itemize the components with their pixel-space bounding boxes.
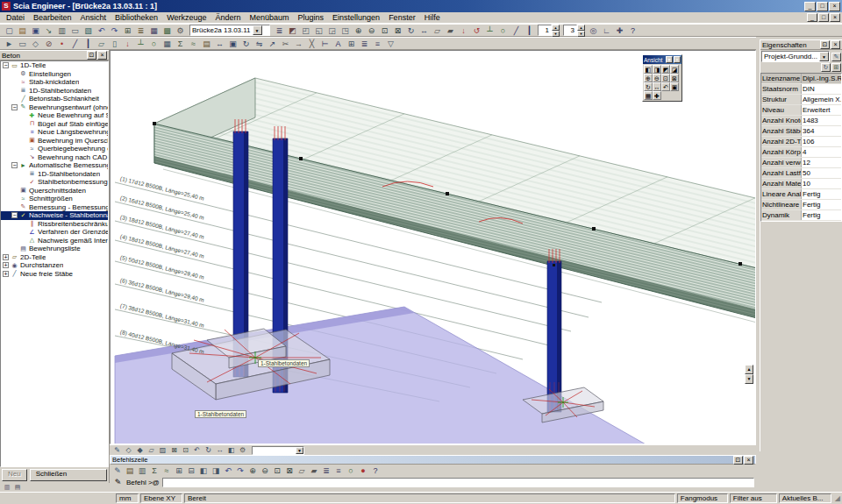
zoom-window-icon[interactable]: ⊡	[661, 74, 670, 82]
pan-view-icon[interactable]: ↔	[653, 82, 661, 91]
document-icon[interactable]: ▤	[200, 38, 213, 49]
tree-item[interactable]: ≈Stab-knickdaten	[1, 78, 108, 87]
new-wall-icon[interactable]: ▯	[108, 38, 121, 49]
project-combo[interactable]: Brücke2a 13.03.11 ▼	[189, 25, 270, 36]
new-view-icon[interactable]: ✚	[653, 91, 661, 100]
hidden-lines-icon[interactable]: ▨	[157, 445, 168, 455]
command-redo-icon[interactable]: ↷	[234, 465, 246, 476]
command-right-icon[interactable]: ◨	[210, 465, 222, 476]
resize-grip-icon[interactable]: ◢	[835, 494, 840, 502]
wireframe-icon[interactable]: ▱	[431, 25, 444, 36]
menu-ändern[interactable]: Ändern	[210, 13, 245, 22]
property-row[interactable]: StaatsnormDIN	[761, 84, 841, 95]
tree-item[interactable]: ≣1D-Stahlbetondaten	[1, 170, 108, 179]
minimize-button[interactable]: _	[804, 2, 816, 11]
properties-toggle-icon[interactable]: ≡	[371, 38, 384, 49]
tree-expander-plus-icon[interactable]: +	[3, 254, 9, 260]
pin-icon[interactable]: ⊡	[820, 40, 830, 49]
open-project-icon[interactable]: ▤	[16, 25, 29, 36]
select-rect-icon[interactable]: ▭	[16, 38, 29, 49]
tree-expander-minus-icon[interactable]: −	[3, 62, 9, 68]
mesh-setup-icon[interactable]: ▦	[161, 38, 174, 49]
spin-down-icon[interactable]: ▼	[552, 31, 560, 37]
view-back-icon[interactable]: ◨	[653, 65, 661, 74]
spin-down-icon[interactable]: ▼	[577, 31, 585, 37]
new-beam-icon[interactable]: ╱	[68, 38, 82, 49]
tree-item[interactable]: ⚙Einstellungen	[1, 70, 108, 79]
stretch-icon[interactable]: ↗	[266, 38, 279, 49]
send-to-table-icon[interactable]: ⊞	[831, 63, 841, 72]
view-palette-header[interactable]: Ansicht ▼ ×	[643, 55, 681, 64]
save-project-icon[interactable]: ▣	[29, 25, 42, 36]
command-node-icon[interactable]: ○	[345, 465, 357, 476]
tree-item[interactable]: ⊓Bügel auf Stab einfügen	[1, 120, 108, 129]
pin-icon[interactable]: ⊡	[87, 51, 96, 60]
results-icon[interactable]: ≈	[187, 38, 200, 49]
property-row[interactable]: Anzahl 2D-T...106	[761, 137, 841, 147]
print-preview-icon[interactable]: ▭	[68, 25, 82, 36]
new-plate-icon[interactable]: ▱	[95, 38, 108, 49]
view-left-icon[interactable]: ◩	[661, 65, 670, 74]
command-layers-icon[interactable]: ≣	[320, 465, 332, 476]
property-row[interactable]: Anzahl verwe...12	[761, 158, 841, 168]
viewport-scrollbar[interactable]: ▲ ▼	[745, 365, 753, 384]
tree-item[interactable]: −✎Bewehrungsentwurf (ohne Ber	[1, 103, 108, 112]
tree-item[interactable]: ▤Bewehrungsliste	[1, 245, 108, 253]
print-icon[interactable]: ▥	[55, 25, 68, 36]
spin-up-icon[interactable]: ▲	[552, 25, 560, 31]
command-zoom-all-icon[interactable]: ⊠	[283, 465, 296, 476]
command-edit-icon[interactable]: ✎	[111, 477, 125, 488]
mdi-restore-button[interactable]: □	[818, 13, 829, 22]
break-icon[interactable]: ╳	[305, 38, 318, 49]
dock-beton-icon[interactable]: ▤	[12, 483, 23, 492]
command-list-icon[interactable]: ≡	[332, 465, 345, 476]
tree-item[interactable]: ≣1D-Stahlbetondaten	[1, 87, 108, 96]
status-snap-mode[interactable]: Fangmodus	[677, 493, 728, 503]
zoom-in-icon[interactable]: ⊕	[352, 25, 365, 36]
move-icon[interactable]: ↔	[213, 38, 226, 49]
zoom-all-icon[interactable]: ⊠	[670, 74, 679, 82]
model-3d-scene[interactable]	[111, 51, 756, 444]
activity-icon[interactable]: ◩	[286, 25, 299, 36]
rendered-icon[interactable]: ▰	[444, 25, 457, 36]
export-icon[interactable]: ↘	[42, 25, 55, 36]
property-row[interactable]: DynamikFertig	[761, 210, 841, 221]
menu-bearbeiten[interactable]: Bearbeiten	[29, 13, 76, 22]
command-wire-icon[interactable]: ▱	[296, 465, 308, 476]
undo-icon[interactable]: ↶	[95, 25, 108, 36]
property-row[interactable]: LizenznameDipl.-Ing.S.R...	[761, 74, 841, 84]
help-icon[interactable]: ?	[626, 25, 639, 36]
zoom-in-icon[interactable]: ⊕	[644, 74, 653, 82]
pan-view-icon[interactable]: ↔	[417, 25, 431, 36]
command-zoom-out-icon[interactable]: ⊖	[259, 465, 271, 476]
copy-picture-icon[interactable]: ▧	[82, 25, 95, 36]
clip-box-icon[interactable]: ▦	[644, 91, 653, 100]
tree-item[interactable]: ▣Querschnittsdaten	[1, 187, 108, 195]
command-edit-icon[interactable]: ✎	[111, 465, 124, 476]
new-support-icon[interactable]: ┴	[134, 38, 147, 49]
calculator-icon[interactable]: ⊞	[121, 25, 134, 36]
tree-item[interactable]: −►Automatische Bemessung	[1, 161, 108, 170]
previous-view-icon[interactable]: ↶	[191, 445, 203, 455]
tree-expander-minus-icon[interactable]: −	[11, 162, 18, 168]
command-print-icon[interactable]: ▥	[136, 465, 148, 476]
select-poly-icon[interactable]: ◇	[29, 38, 42, 49]
combo-dropdown-icon[interactable]: ▼	[296, 447, 303, 454]
tree-expander-plus-icon[interactable]: +	[3, 271, 9, 277]
pin-icon[interactable]: ⊡	[733, 456, 743, 465]
text-icon[interactable]: A	[332, 38, 345, 49]
zoom-all-icon[interactable]: ⊠	[391, 25, 404, 36]
property-row[interactable]: Lineare Anal...Fertig	[761, 189, 841, 200]
rotate-view-icon[interactable]: ↻	[404, 25, 417, 36]
tree-item[interactable]: +▱2D-Teile	[1, 253, 108, 262]
tree-item[interactable]: ≈Querbiegebewehrung einfü	[1, 145, 108, 153]
property-row[interactable]: Anzahl Stäbe:364	[761, 126, 841, 137]
model-viewport[interactable]: (1) 17d12 B500B, Länge=25,40 m(2) 16d12 …	[110, 50, 756, 444]
scroll-down-icon[interactable]: ▼	[745, 374, 753, 384]
tree-item[interactable]: ↘Bewehrung nach CAD expo	[1, 153, 108, 162]
menu-plugins[interactable]: Plugins	[294, 13, 329, 22]
menu-hilfe[interactable]: Hilfe	[420, 13, 445, 22]
close-icon[interactable]: ×	[831, 40, 840, 49]
tree-item[interactable]: −▭1D-Teile	[1, 61, 108, 70]
spin-up-icon[interactable]: ▲	[577, 25, 585, 31]
